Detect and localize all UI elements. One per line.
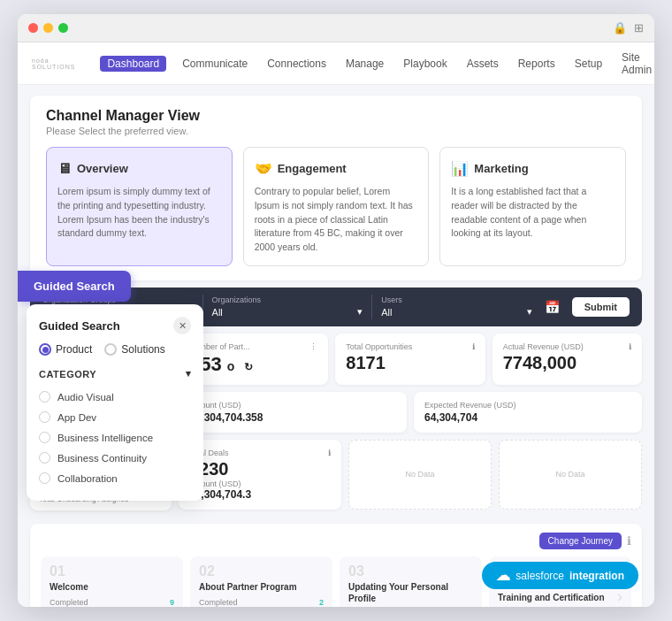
gs-title: Guided Search <box>39 319 120 333</box>
gs-item-bi[interactable]: Business Intelligence <box>39 427 191 448</box>
gs-item-bc[interactable]: Business Continuity <box>39 448 191 468</box>
deals-label: Total Deals ℹ <box>189 448 331 457</box>
users-filter: Users All ▾ <box>381 295 532 318</box>
info-icon-journey[interactable]: ℹ <box>627 534 631 548</box>
gs-list: Audio Visual App Dev Business Intelligen… <box>39 387 191 488</box>
guided-search-panel: Guided Search ✕ Product Solutions CATEGO… <box>27 304 203 501</box>
dot-green[interactable] <box>58 23 68 33</box>
gs-close-button[interactable]: ✕ <box>173 317 191 334</box>
no-data-1: No Data <box>348 440 492 510</box>
overview-desc: Lorem ipsum is simply dummy text of the … <box>57 186 210 238</box>
step-title-1: Welcome <box>50 581 174 593</box>
arrow-icon[interactable]: › <box>617 587 622 606</box>
nav-manage[interactable]: Manage <box>342 56 387 72</box>
journey-step-1: 01 Welcome Completed 9 In Progress 3 <box>41 556 183 607</box>
salesforce-brand: salesforce <box>515 570 564 582</box>
stats-row-3: Total Deals ℹ 2230 Amount (USD) 74,304,7… <box>179 440 642 510</box>
gs-radio-product[interactable]: Product <box>39 343 92 356</box>
channel-manager: Channel Manager View Please Select the p… <box>30 96 642 280</box>
stats-row-2: Amount (USD) 54,304,704.358 Expected Rev… <box>179 392 642 433</box>
nav-items: Dashboard Communicate Connections Manage… <box>100 50 654 78</box>
organizations-label: Organizations <box>212 295 363 304</box>
main-content: Channel Manager View Please Select the p… <box>18 85 654 607</box>
browser-window: 🔒 ⊞ noda SOLUTIONS Dashboard Communicate… <box>18 14 654 607</box>
marketing-desc: It is a long established fact that a rea… <box>451 186 586 238</box>
amount-label: Amount (USD) <box>189 401 396 410</box>
salesforce-icon: ☁ <box>496 567 510 584</box>
nav-communicate[interactable]: Communicate <box>179 56 251 72</box>
grid-icon: ⊞ <box>634 21 644 34</box>
engagement-desc: Contrary to popular belief, Lorem Ipsum … <box>255 186 413 252</box>
expected-value: 64,304,704 <box>424 411 631 424</box>
stat-card-amount: Amount (USD) 54,304,704.358 <box>179 392 407 433</box>
radio-circle-product <box>39 343 51 356</box>
step-stat-completed-2: Completed 2 <box>199 598 324 607</box>
gs-item-collab[interactable]: Collaboration <box>39 468 191 488</box>
journey-header: Change Journey ℹ <box>41 533 631 549</box>
gs-item-audio[interactable]: Audio Visual <box>39 387 191 407</box>
lock-icon: 🔒 <box>613 21 627 34</box>
top-nav: noda SOLUTIONS Dashboard Communicate Con… <box>18 42 654 85</box>
nav-playbook[interactable]: Playbook <box>400 56 450 72</box>
change-journey-button[interactable]: Change Journey <box>539 533 622 549</box>
gs-header: Guided Search ✕ <box>39 317 191 334</box>
guided-search-button[interactable]: Guided Search <box>18 271 131 302</box>
submit-button[interactable]: Submit <box>572 297 630 317</box>
step-num-3: 03 <box>348 564 473 579</box>
revenue-value: 7748,000 <box>503 353 631 373</box>
browser-icons: 🔒 ⊞ <box>613 21 644 34</box>
no-data-2: No Data <box>499 440 642 510</box>
deals-value: 2230 <box>189 459 331 479</box>
stats-row-1: Number of Part... ⋮ 853 o ↻ Total <box>179 334 642 385</box>
step-stat-completed-1: Completed 9 <box>50 598 174 607</box>
nav-assets[interactable]: Assets <box>463 56 502 72</box>
nav-setup[interactable]: Setup <box>571 56 606 72</box>
view-card-marketing[interactable]: 📊 Marketing It is a long established fac… <box>439 147 626 266</box>
nav-reports[interactable]: Reports <box>515 56 559 72</box>
journey-step-3: 03 Updating Your Personal Profile Comple… <box>340 556 482 607</box>
marketing-icon: 📊 <box>451 158 469 180</box>
gs-item-appdev[interactable]: App Dev <box>39 407 191 427</box>
stat-card-expected: Expected Revenue (USD) 64,304,704 <box>414 392 642 433</box>
gs-radio-solutions[interactable]: Solutions <box>104 343 164 356</box>
dot-yellow[interactable] <box>43 23 53 33</box>
users-label: Users <box>381 295 532 304</box>
info-icon-3[interactable]: ℹ <box>328 448 331 457</box>
chevron-down-icon-3: ▾ <box>527 306 532 318</box>
step-num-2: 02 <box>199 564 324 579</box>
nav-siteadmin[interactable]: Site Admin <box>618 50 654 78</box>
gs-checkbox-bc <box>39 452 50 464</box>
dot-red[interactable] <box>28 23 38 33</box>
gs-checkbox-collab <box>39 472 50 484</box>
info-icon-2[interactable]: ℹ <box>629 342 631 351</box>
salesforce-label: integration <box>569 570 624 582</box>
info-icon[interactable]: ℹ <box>472 342 475 351</box>
nav-dashboard[interactable]: Dashboard <box>100 56 166 72</box>
nav-connections[interactable]: Connections <box>263 56 330 72</box>
view-card-engagement[interactable]: 🤝 Engagement Contrary to popular belief,… <box>243 147 430 266</box>
gs-category: CATEGORY ▾ <box>39 368 191 380</box>
revenue-label: Actual Revenue (USD) ℹ <box>503 342 631 351</box>
chevron-down-icon-gs[interactable]: ▾ <box>186 368 192 380</box>
view-card-marketing-title: 📊 Marketing <box>451 158 615 180</box>
more-icon[interactable]: ⋮ <box>309 342 317 351</box>
step-title-3: Updating Your Personal Profile <box>348 581 473 604</box>
organizations-filter: Organizations All ▾ <box>212 295 363 318</box>
chevron-down-icon-2: ▾ <box>357 306 363 318</box>
stat-card-opportunities: Total Opportunities ℹ 8171 <box>335 334 485 385</box>
deals-amount-value: 74,304,704.3 <box>189 488 331 501</box>
radio-circle-solutions <box>104 343 117 356</box>
expected-label: Expected Revenue (USD) <box>424 401 631 410</box>
organizations-select[interactable]: All ▾ <box>212 306 363 318</box>
deals-amount-label: Amount (USD) <box>189 479 331 488</box>
partners-label: Number of Part... ⋮ <box>189 342 317 351</box>
view-card-overview-title: 🖥 Overview <box>57 158 221 180</box>
salesforce-badge: ☁ salesforce integration <box>482 562 638 589</box>
view-card-overview[interactable]: 🖥 Overview Lorem ipsum is simply dummy t… <box>46 147 233 266</box>
partners-value: 853 o ↻ <box>189 353 317 376</box>
right-stats: Number of Part... ⋮ 853 o ↻ Total <box>179 334 642 517</box>
app: noda SOLUTIONS Dashboard Communicate Con… <box>18 42 654 607</box>
calendar-icon[interactable]: 📅 <box>545 300 560 314</box>
refresh-icon[interactable]: ↻ <box>244 361 253 373</box>
users-select[interactable]: All ▾ <box>381 306 532 318</box>
